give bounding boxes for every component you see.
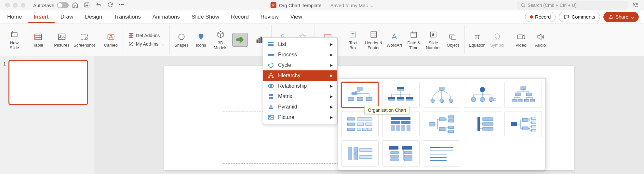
autosave-toggle[interactable] <box>57 2 69 8</box>
svg-rect-115 <box>402 146 412 150</box>
textbox-button[interactable]: Text Box <box>345 29 361 50</box>
datetime-button[interactable]: Date & Time <box>406 29 422 50</box>
share-button[interactable]: Share⌵ <box>603 12 639 22</box>
search-icon <box>520 3 526 8</box>
menu-cycle[interactable]: Cycle▶ <box>263 60 337 70</box>
search-input[interactable]: Search (Cmd + Ctrl + U) <box>517 1 628 10</box>
svg-rect-104 <box>522 118 528 122</box>
3d-models-button[interactable]: 3D Models <box>213 29 228 50</box>
video-button[interactable]: Video <box>513 32 529 48</box>
comments-button[interactable]: Comments <box>559 12 600 22</box>
tab-slideshow[interactable]: Slide Show <box>186 11 225 23</box>
layout-lined-list[interactable] <box>423 140 460 167</box>
list-icon <box>268 41 274 48</box>
tab-insert[interactable]: Insert <box>28 11 54 23</box>
close-window-icon[interactable] <box>5 3 10 7</box>
svg-rect-37 <box>272 77 274 78</box>
save-icon[interactable] <box>84 2 90 9</box>
table-button[interactable]: Table <box>30 32 46 48</box>
tab-transitions[interactable]: Transitions <box>108 11 147 23</box>
equation-button[interactable]: Equation <box>469 32 485 48</box>
icons-button[interactable]: Icons <box>193 32 209 48</box>
thumbnail-number: 1 <box>3 61 6 66</box>
shapes-button[interactable]: Shapes <box>174 32 189 48</box>
slide-thumbnail[interactable] <box>8 60 88 105</box>
new-slide-button[interactable]: New Slide <box>7 29 22 50</box>
svg-point-64 <box>471 97 476 102</box>
svg-rect-113 <box>360 155 372 159</box>
svg-rect-89 <box>396 125 400 131</box>
smartart-button[interactable] <box>232 33 248 47</box>
record-button[interactable]: Record <box>525 12 556 22</box>
layout-horizontal-hierarchy[interactable] <box>504 111 542 137</box>
minimize-window-icon[interactable] <box>13 3 18 7</box>
layout-circle-picture-hier[interactable] <box>464 82 501 108</box>
tab-review[interactable]: Review <box>255 11 285 23</box>
menu-picture[interactable]: Picture▶ <box>263 112 337 123</box>
tab-view[interactable]: View <box>285 11 308 23</box>
menu-hierarchy[interactable]: Hierarchy▶ <box>263 70 337 81</box>
svg-rect-101 <box>483 123 493 125</box>
svg-rect-72 <box>512 99 517 102</box>
svg-rect-81 <box>366 123 372 125</box>
object-button[interactable]: Object <box>445 32 461 48</box>
redo-icon[interactable] <box>107 2 114 9</box>
svg-point-39 <box>270 84 274 88</box>
tab-draw[interactable]: Draw <box>55 11 79 23</box>
svg-rect-69 <box>521 87 526 90</box>
layout-hierarchy[interactable] <box>504 82 542 108</box>
home-icon[interactable] <box>72 2 78 9</box>
title-dropdown-icon[interactable]: ⌵ <box>370 2 373 8</box>
submenu-arrow-icon: ▶ <box>330 52 333 57</box>
layout-name-title-org[interactable] <box>382 82 420 108</box>
wordart-button[interactable]: WordArt <box>386 32 402 48</box>
menu-relationship[interactable]: Relationship▶ <box>263 81 337 91</box>
menu-process[interactable]: Process▶ <box>263 50 337 60</box>
layout-half-circle-org[interactable] <box>423 82 460 108</box>
menu-pyramid[interactable]: Pyramid▶ <box>263 102 337 112</box>
smartart-icon <box>235 35 245 45</box>
svg-rect-6 <box>59 34 65 40</box>
svg-rect-57 <box>406 97 413 99</box>
svg-rect-95 <box>449 116 454 118</box>
undo-icon[interactable] <box>95 2 102 9</box>
layout-horizontal-multi[interactable] <box>464 111 501 137</box>
svg-point-62 <box>449 99 453 103</box>
window-controls[interactable] <box>5 3 25 7</box>
tab-record[interactable]: Record <box>225 11 255 23</box>
svg-rect-90 <box>401 125 405 131</box>
audio-button[interactable]: Audio <box>533 32 548 48</box>
collab-icon[interactable] <box>632 1 639 9</box>
document-title: Org Chart Template <box>279 3 322 8</box>
screenshot-button[interactable]: Screenshot <box>74 32 95 48</box>
layout-labeled-hierarchy[interactable] <box>341 111 379 137</box>
slide-number-button[interactable]: #Slide Number <box>425 29 441 50</box>
symbol-button: Symbol <box>490 32 505 48</box>
menu-list[interactable]: List▶ <box>263 39 337 50</box>
get-addins-button[interactable]: Get Add-ins <box>127 32 166 39</box>
tab-design[interactable]: Design <box>79 11 108 23</box>
header-footer-icon <box>369 29 379 40</box>
my-addins-button[interactable]: My Add-ins⌵ <box>127 40 166 48</box>
textbox-icon <box>348 29 358 40</box>
svg-rect-59 <box>439 87 444 90</box>
svg-rect-67 <box>493 98 496 99</box>
svg-rect-79 <box>357 118 372 120</box>
layout-horizontal-labeled[interactable] <box>341 140 379 167</box>
layout-hierarchy-list[interactable] <box>382 140 420 167</box>
tab-home[interactable]: Home <box>1 11 28 23</box>
more-icon[interactable]: ••• <box>119 2 124 9</box>
tab-animations[interactable]: Animations <box>147 11 186 23</box>
menu-matrix[interactable]: Matrix▶ <box>263 91 337 102</box>
search-placeholder: Search (Cmd + Ctrl + U) <box>528 3 577 8</box>
cameo-button[interactable]: Cameo <box>103 32 119 48</box>
maximize-window-icon[interactable] <box>21 3 25 7</box>
submenu-arrow-icon: ▶ <box>330 42 333 47</box>
header-footer-button[interactable]: Header & Footer <box>365 29 382 50</box>
svg-rect-43 <box>271 97 273 99</box>
pictures-button[interactable]: Pictures <box>54 32 70 48</box>
layout-horizontal-org[interactable] <box>423 111 460 137</box>
layout-table-hierarchy[interactable] <box>382 111 420 137</box>
layout-organisation-chart[interactable] <box>341 82 379 108</box>
svg-rect-68 <box>493 100 496 101</box>
